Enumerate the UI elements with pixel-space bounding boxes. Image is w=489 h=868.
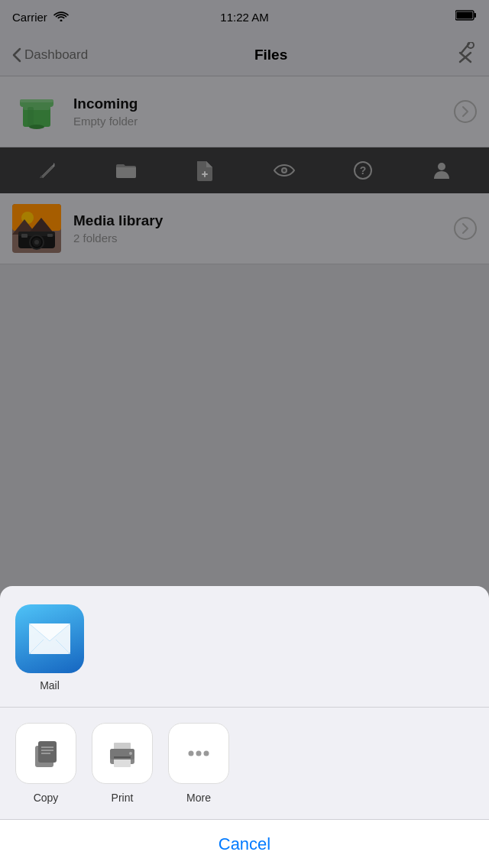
share-apps-row: Mail [15, 604, 474, 691]
action-more[interactable]: More [168, 723, 229, 804]
share-actions-section: Copy [0, 708, 489, 819]
share-apps-section: Mail [0, 586, 489, 708]
more-label: More [186, 792, 211, 804]
more-icon-circle [168, 723, 229, 784]
mail-label: Mail [40, 679, 60, 691]
svg-point-47 [129, 752, 132, 755]
action-print[interactable]: Print [92, 723, 153, 804]
print-icon-circle [92, 723, 153, 784]
svg-point-50 [204, 751, 209, 756]
mail-app-icon [15, 604, 84, 673]
copy-label: Copy [34, 792, 59, 804]
svg-rect-38 [38, 741, 57, 763]
share-sheet: Mail C [0, 586, 489, 868]
share-actions-row: Copy [15, 723, 474, 804]
svg-point-48 [189, 751, 194, 756]
print-label: Print [112, 792, 134, 804]
action-copy[interactable]: Copy [15, 723, 76, 804]
svg-rect-46 [114, 756, 131, 758]
cancel-button[interactable]: Cancel [0, 819, 489, 868]
copy-icon-circle [15, 723, 76, 784]
svg-point-49 [196, 751, 202, 756]
share-app-mail[interactable]: Mail [15, 604, 84, 691]
cancel-label: Cancel [219, 834, 270, 854]
